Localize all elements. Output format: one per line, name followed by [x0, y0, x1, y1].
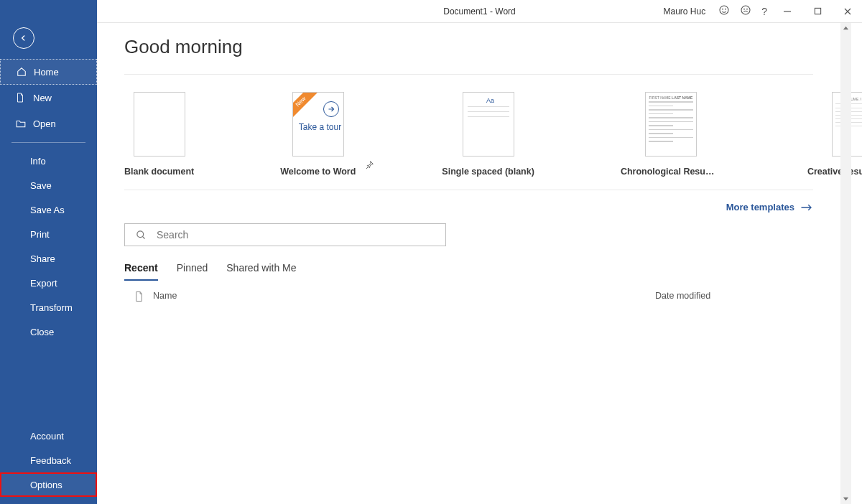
search-box[interactable]: [124, 223, 446, 246]
nav-info[interactable]: Info: [0, 149, 97, 173]
search-icon: [125, 230, 157, 241]
document-icon: [16, 93, 26, 103]
template-row: Blank document New Take a tour Welcome t…: [124, 74, 813, 177]
tab-shared-with-me[interactable]: Shared with Me: [226, 259, 296, 281]
new-ribbon: New: [292, 92, 318, 119]
template-thumb: [134, 92, 185, 157]
folder-open-icon: [16, 119, 26, 128]
tour-text: Take a tour: [293, 123, 343, 133]
face-smile-icon[interactable]: [718, 4, 730, 18]
nav-label: Home: [34, 67, 59, 78]
maximize-button[interactable]: [807, 1, 828, 22]
svg-point-0: [720, 6, 728, 14]
scroll-up-button[interactable]: [840, 23, 851, 34]
more-templates-link[interactable]: More templates: [726, 202, 813, 213]
face-sad-icon[interactable]: [740, 4, 751, 18]
template-creative-resume[interactable]: RESUME / NAME Creative resume, designe…: [807, 92, 862, 177]
template-thumb: FIRST NAME LAST NAME: [645, 92, 697, 157]
template-thumb: Aa: [463, 92, 514, 157]
template-label: Creative resume, designe…: [807, 167, 862, 177]
svg-point-3: [741, 6, 750, 14]
template-label: Blank document: [124, 167, 194, 177]
svg-point-1: [723, 9, 723, 9]
greeting-heading: Good morning: [124, 36, 813, 58]
help-icon[interactable]: ?: [761, 6, 767, 17]
scroll-down-button[interactable]: [840, 493, 851, 504]
home-icon: [17, 67, 27, 77]
template-welcome-to-word[interactable]: New Take a tour Welcome to Word: [280, 92, 356, 177]
nav-feedback[interactable]: Feedback: [0, 448, 97, 472]
template-single-spaced[interactable]: Aa Single spaced (blank): [442, 92, 534, 177]
document-tabs: Recent Pinned Shared with Me: [124, 259, 813, 281]
minimize-button[interactable]: [777, 1, 797, 22]
column-name[interactable]: Name: [153, 291, 655, 302]
search-input[interactable]: [157, 229, 445, 241]
arrow-right-icon: [800, 203, 813, 212]
nav-account[interactable]: Account: [0, 424, 97, 448]
nav-new[interactable]: New: [0, 85, 97, 111]
nav-share[interactable]: Share: [0, 246, 97, 271]
nav-save-as[interactable]: Save As: [0, 197, 97, 222]
more-templates-label: More templates: [726, 202, 794, 213]
nav-export[interactable]: Export: [0, 271, 97, 295]
nav-label: New: [33, 93, 52, 103]
template-blank-document[interactable]: Blank document: [124, 92, 194, 177]
document-icon: [124, 291, 153, 302]
template-label: Welcome to Word: [280, 167, 356, 177]
nav-print[interactable]: Print: [0, 222, 97, 246]
backstage-sidebar: Home New Open Info Save Save As Print Sh…: [0, 0, 97, 504]
column-date-modified[interactable]: Date modified: [655, 291, 813, 302]
aa-label: Aa: [463, 93, 514, 104]
nav-options[interactable]: Options: [0, 472, 97, 497]
nav-home[interactable]: Home: [0, 59, 97, 85]
template-label: Chronological Resume (M…: [621, 167, 721, 177]
title-bar: Document1 - Word Mauro Huc ?: [97, 0, 862, 23]
svg-point-5: [747, 9, 748, 9]
close-button[interactable]: [838, 1, 858, 22]
nav-transform[interactable]: Transform: [0, 295, 97, 319]
vertical-scrollbar[interactable]: [840, 23, 851, 504]
main-area: Good morning Blank document New Take a t…: [97, 23, 851, 504]
svg-point-7: [136, 230, 143, 237]
arrow-circle-icon: [323, 101, 339, 117]
tab-pinned[interactable]: Pinned: [177, 259, 208, 281]
nav-separator: [11, 142, 85, 143]
nav-save[interactable]: Save: [0, 173, 97, 197]
nav-label: Open: [33, 118, 56, 129]
svg-point-2: [726, 9, 726, 9]
nav-open[interactable]: Open: [0, 111, 97, 136]
svg-point-4: [744, 9, 745, 9]
back-button[interactable]: [13, 27, 34, 49]
template-label: Single spaced (blank): [442, 167, 534, 177]
document-list-header: Name Date modified: [124, 291, 813, 302]
user-name[interactable]: Mauro Huc: [664, 6, 706, 17]
svg-rect-6: [815, 8, 820, 14]
template-thumb: New Take a tour: [292, 92, 344, 157]
template-chronological-resume[interactable]: FIRST NAME LAST NAME Chronological Resum…: [621, 92, 721, 177]
pin-icon[interactable]: [365, 159, 374, 172]
tab-recent[interactable]: Recent: [124, 259, 158, 281]
nav-close[interactable]: Close: [0, 319, 97, 344]
